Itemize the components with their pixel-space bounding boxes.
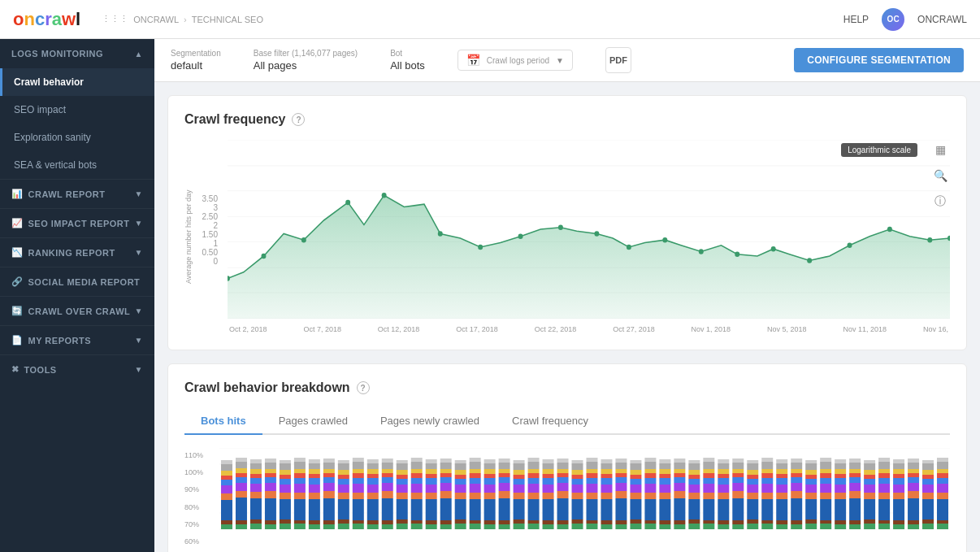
svg-rect-178: [426, 478, 437, 485]
svg-rect-330: [644, 493, 656, 499]
svg-rect-39: [221, 485, 232, 493]
svg-rect-170: [411, 493, 423, 499]
bot-filter-value[interactable]: All bots: [390, 59, 425, 72]
y-bar-label-0: 110%: [184, 451, 210, 459]
bar-chart-icon[interactable]: ▦: [930, 140, 950, 159]
base-filter-value[interactable]: All pages: [254, 59, 358, 72]
svg-rect-141: [367, 499, 379, 520]
sidebar-logs-monitoring[interactable]: LOGS MONITORING ▲: [0, 39, 154, 68]
svg-rect-152: [382, 520, 393, 524]
svg-rect-382: [718, 520, 729, 524]
logo[interactable]: oncrawl: [13, 9, 80, 30]
svg-rect-410: [761, 493, 773, 499]
breakdown-tabs: Bots hits Pages crawled Pages newly craw…: [184, 408, 950, 435]
sidebar-crawl-report[interactable]: 📊 CRAWL REPORT ▼: [0, 179, 154, 208]
svg-rect-40: [221, 493, 232, 500]
user-avatar[interactable]: OC: [882, 8, 904, 31]
svg-rect-424: [791, 459, 802, 463]
svg-point-21: [735, 252, 739, 258]
sidebar-ranking-report[interactable]: 📉 RANKING REPORT ▼: [0, 237, 154, 267]
svg-rect-381: [718, 499, 729, 520]
help-link[interactable]: HELP: [843, 14, 869, 25]
tab-bots-hits[interactable]: Bots hits: [184, 408, 262, 435]
svg-rect-147: [382, 473, 393, 477]
zoom-in-icon[interactable]: 🔍: [930, 166, 950, 185]
svg-rect-425: [791, 463, 802, 469]
sidebar-crawl-over-crawl[interactable]: 🔄 CRAWL OVER CRAWL ▼: [0, 296, 154, 325]
svg-rect-154: [397, 460, 408, 463]
svg-rect-142: [367, 520, 379, 524]
svg-rect-245: [528, 462, 540, 469]
sidebar-item-sea-vertical-bots[interactable]: SEA & vertical bots: [0, 151, 154, 179]
x-label-9: Nov 16,: [923, 325, 948, 333]
svg-rect-484: [878, 458, 890, 462]
svg-rect-455: [835, 463, 846, 469]
pdf-button[interactable]: PDF: [605, 47, 631, 73]
chevron-down-icon-2: ▼: [135, 219, 143, 228]
breadcrumb-section[interactable]: TECHNICAL SEO: [192, 15, 263, 24]
svg-rect-78: [280, 479, 291, 485]
segmentation-value[interactable]: default: [171, 59, 221, 72]
svg-rect-513: [908, 524, 919, 529]
svg-rect-104: [323, 459, 335, 463]
svg-rect-74: [280, 460, 291, 463]
svg-rect-290: [586, 493, 597, 499]
svg-rect-324: [644, 458, 656, 462]
svg-rect-409: [761, 484, 773, 493]
svg-rect-329: [644, 484, 656, 493]
svg-rect-215: [484, 463, 496, 469]
user-label[interactable]: ONCRAWL: [917, 14, 967, 25]
crawl-breakdown-label: Crawl behavior breakdown: [184, 380, 350, 395]
y-label-2: 2.50: [202, 212, 218, 221]
charts-area: Crawl frequency ? Average number hits pe…: [154, 82, 980, 552]
chevron-down-icon-4: ▼: [135, 306, 143, 315]
svg-rect-131: [353, 499, 364, 520]
svg-rect-525: [937, 462, 948, 469]
svg-rect-145: [382, 463, 393, 469]
svg-rect-428: [791, 477, 802, 483]
svg-rect-81: [280, 499, 291, 519]
svg-rect-126: [353, 469, 364, 473]
configure-segmentation-button[interactable]: CONFIGURE SEGMENTATION: [794, 48, 964, 72]
svg-rect-222: [484, 520, 496, 524]
svg-rect-287: [586, 473, 597, 478]
svg-rect-340: [659, 493, 670, 499]
svg-rect-322: [630, 519, 641, 524]
svg-rect-531: [937, 499, 948, 520]
tab-pages-newly-crawled[interactable]: Pages newly crawled: [364, 408, 496, 435]
breadcrumb-oncrawl[interactable]: ONCRAWL: [133, 15, 179, 24]
crawl-frequency-card: Crawl frequency ? Average number hits pe…: [167, 95, 967, 350]
svg-rect-80: [280, 493, 291, 499]
breakdown-y-axis: 110% 100% 90% 80% 70% 60%: [184, 448, 213, 549]
svg-rect-495: [893, 463, 904, 469]
sidebar-seo-impact-report[interactable]: 📈 SEO IMPACT REPORT ▼: [0, 208, 154, 237]
svg-rect-346: [674, 469, 685, 473]
sidebar-item-seo-impact[interactable]: SEO impact: [0, 96, 154, 124]
crawl-period-filter[interactable]: 📅 Crawl logs period ▼: [457, 50, 573, 71]
svg-rect-167: [411, 473, 423, 478]
sidebar-tools[interactable]: ✖ TOOLS ▼: [0, 354, 154, 384]
breakdown-help-icon[interactable]: ?: [357, 381, 370, 394]
sidebar-item-crawl-behavior[interactable]: Crawl behavior: [0, 68, 154, 96]
svg-rect-457: [835, 474, 846, 478]
info-icon[interactable]: ⓘ: [930, 192, 950, 211]
svg-rect-49: [236, 483, 247, 491]
crawl-frequency-help-icon[interactable]: ?: [292, 113, 305, 126]
tab-pages-crawled[interactable]: Pages crawled: [262, 408, 364, 435]
svg-rect-469: [849, 483, 861, 491]
svg-rect-204: [470, 458, 481, 462]
svg-rect-314: [630, 460, 641, 463]
y-label-0: 3.50: [202, 194, 218, 203]
svg-rect-338: [659, 478, 670, 485]
tab-crawl-frequency[interactable]: Crawl frequency: [496, 408, 605, 435]
svg-rect-251: [528, 499, 540, 520]
svg-rect-36: [221, 471, 232, 476]
svg-rect-244: [528, 458, 540, 462]
svg-point-26: [927, 237, 932, 243]
svg-point-24: [848, 243, 852, 249]
sidebar-my-reports[interactable]: 📄 MY REPORTS ▼: [0, 325, 154, 354]
sidebar-social-media[interactable]: 🔗 SOCIAL MEDIA REPORT: [0, 267, 154, 296]
svg-rect-136: [367, 469, 379, 474]
svg-rect-285: [586, 462, 597, 469]
sidebar-item-exploration-sanity[interactable]: Exploration sanity: [0, 124, 154, 151]
